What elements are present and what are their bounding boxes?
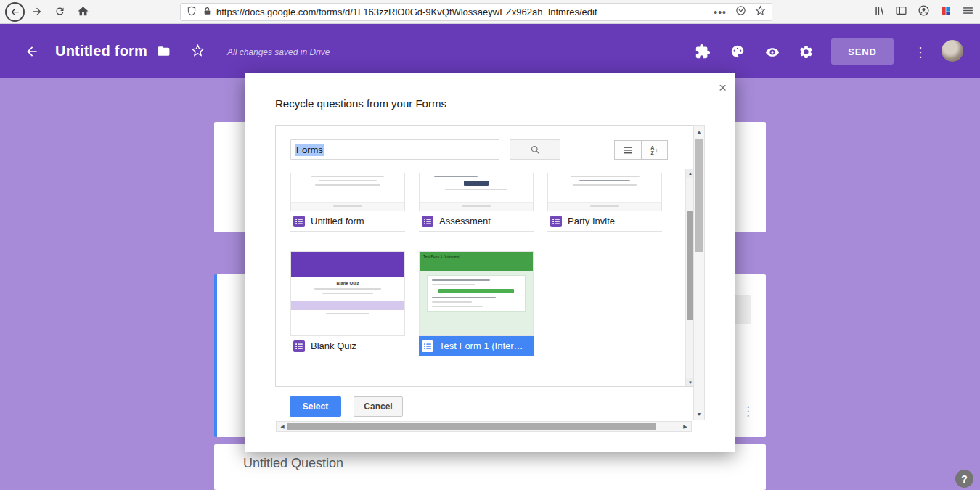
- browser-refresh-button[interactable]: [54, 6, 65, 17]
- save-status-text: All changes saved in Drive: [227, 47, 330, 57]
- lock-icon[interactable]: [203, 6, 212, 19]
- help-button[interactable]: ?: [955, 470, 973, 488]
- question-more-options-icon[interactable]: ⋮: [742, 404, 754, 419]
- tracking-shield-icon[interactable]: [187, 6, 197, 19]
- form-thumbnail: [547, 173, 662, 211]
- dialog-vertical-scrollbar[interactable]: ▲ ▼: [693, 125, 705, 420]
- library-icon[interactable]: [873, 5, 885, 20]
- scroll-up-icon[interactable]: ▲: [686, 169, 693, 178]
- forms-file-icon: [422, 340, 433, 352]
- form-tile-label: Assessment: [439, 216, 491, 226]
- select-button[interactable]: Select: [290, 396, 341, 417]
- sort-az-icon: AZ: [650, 145, 654, 155]
- form-tile-label: Party Invite: [568, 216, 615, 226]
- recycle-questions-dialog: × Recycle questions from your Forms Form…: [245, 73, 735, 452]
- dialog-title: Recycle questions from your Forms: [275, 97, 446, 110]
- addons-puzzle-icon[interactable]: [695, 44, 711, 60]
- send-button[interactable]: SEND: [831, 38, 894, 65]
- search-button[interactable]: [510, 139, 560, 160]
- search-input-value: Forms: [295, 144, 324, 156]
- browser-home-button[interactable]: [77, 5, 89, 17]
- form-thumbnail: Test Form 1 (Interview): [419, 251, 534, 336]
- preview-eye-icon[interactable]: [764, 45, 781, 60]
- forms-file-icon: [550, 216, 562, 227]
- form-tile-label: Blank Quiz: [311, 340, 356, 351]
- home-icon: [77, 5, 89, 17]
- form-thumbnail: Blank Quiz: [290, 251, 405, 336]
- page-actions-icon[interactable]: •••: [714, 7, 727, 18]
- list-view-icon: [623, 146, 633, 155]
- forms-file-icon: [422, 216, 433, 227]
- search-input[interactable]: Forms: [290, 139, 499, 160]
- form-thumbnail: [419, 173, 534, 211]
- scroll-down-icon[interactable]: ▼: [686, 378, 693, 387]
- forms-file-icon: [293, 216, 305, 227]
- search-icon: [530, 144, 541, 155]
- url-bar[interactable]: https://docs.google.com/forms/d/1L163zzR…: [180, 3, 772, 21]
- menu-hamburger-icon[interactable]: [962, 4, 974, 20]
- form-tile-untitled-form[interactable]: Untitled form: [290, 173, 405, 232]
- list-view-button[interactable]: [614, 140, 641, 160]
- dialog-horizontal-scrollbar[interactable]: ◀ ▶: [276, 421, 692, 432]
- browser-back-button[interactable]: [5, 2, 25, 22]
- bookmark-star-icon[interactable]: [755, 5, 766, 19]
- selected-tile-label: Test Form 1 (Inter…: [419, 336, 534, 356]
- refresh-icon: [54, 6, 65, 17]
- browser-toolbar: https://docs.google.com/forms/d/1L163zzR…: [0, 0, 980, 24]
- theme-palette-icon[interactable]: [730, 44, 746, 60]
- forms-picker: Forms AZ ↓: [275, 125, 693, 387]
- settings-gear-icon[interactable]: [799, 44, 814, 60]
- browser-forward-button[interactable]: [31, 6, 43, 17]
- forms-file-icon: [293, 340, 305, 352]
- grid-scrollbar[interactable]: ▲ ▼: [685, 169, 693, 387]
- form-tile-label: Test Form 1 (Inter…: [439, 340, 523, 351]
- cancel-button[interactable]: Cancel: [354, 396, 403, 417]
- scroll-up-icon[interactable]: ▲: [694, 126, 704, 136]
- sort-az-button[interactable]: AZ ↓: [641, 140, 668, 160]
- arrow-right-icon: [31, 6, 43, 17]
- form-tile-test-form-1[interactable]: Test Form 1 (Interview): [419, 251, 534, 356]
- scrollbar-thumb[interactable]: [287, 423, 656, 430]
- form-tile-assessment[interactable]: Assessment: [419, 173, 534, 232]
- user-avatar[interactable]: [942, 40, 963, 62]
- form-tile-label: Untitled form: [311, 216, 364, 226]
- question-title-field[interactable]: Untitled Question: [243, 456, 343, 471]
- browser-right-icons: [873, 0, 974, 24]
- arrow-left-icon: [9, 7, 20, 17]
- forms-app-header: Untitled form All changes saved in Drive…: [0, 24, 980, 78]
- url-text[interactable]: https://docs.google.com/forms/d/1L163zzR…: [216, 7, 714, 17]
- more-options-icon[interactable]: ⋮: [914, 44, 927, 60]
- back-to-forms-button[interactable]: [25, 44, 39, 59]
- account-icon[interactable]: [918, 4, 930, 20]
- move-folder-icon[interactable]: [157, 44, 171, 58]
- scrollbar-thumb[interactable]: [695, 139, 703, 252]
- scroll-down-icon[interactable]: ▼: [694, 409, 704, 419]
- pocket-icon[interactable]: [735, 5, 746, 19]
- star-form-icon[interactable]: [191, 44, 205, 57]
- scroll-right-icon[interactable]: ▶: [680, 422, 690, 431]
- forms-grid: Untitled form Assessment: [276, 169, 684, 387]
- screen: https://docs.google.com/forms/d/1L163zzR…: [0, 0, 980, 490]
- dialog-close-icon[interactable]: ×: [719, 81, 727, 94]
- form-title[interactable]: Untitled form: [55, 43, 147, 60]
- arrow-left-icon: [25, 44, 39, 59]
- extension-icon[interactable]: [940, 5, 952, 20]
- form-tile-blank-quiz[interactable]: Blank Quiz Blank Quiz: [290, 251, 405, 356]
- form-tile-party-invite[interactable]: Party Invite: [547, 173, 662, 232]
- sidebar-icon[interactable]: [895, 4, 907, 20]
- scroll-left-icon[interactable]: ◀: [277, 422, 287, 431]
- scrollbar-thumb[interactable]: [687, 211, 693, 320]
- form-thumbnail: [290, 173, 405, 211]
